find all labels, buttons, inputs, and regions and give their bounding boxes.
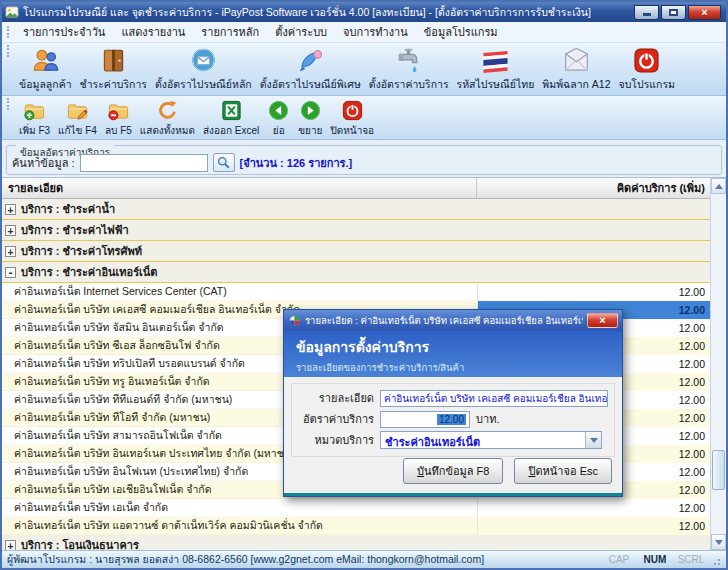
toolbar-button-label: ข้อมูลลูกค้า xyxy=(19,76,72,93)
table-row[interactable]: ค่าอินเทอร์เน็ต บริษัท แอดวานซ์ ดาต้าเน็… xyxy=(2,517,710,535)
expand-icon[interactable]: + xyxy=(5,225,16,236)
menu-item-2[interactable]: แสดงรายงาน xyxy=(113,22,193,42)
dialog-heading: ข้อมูลการตั้งค่าบริการ xyxy=(296,336,622,358)
row-charge-cell: 12.00 xyxy=(477,517,710,535)
save-button-label: บันทึกข้อมูล F8 xyxy=(417,462,489,480)
postal-rate-special-button[interactable]: ตั้งอัตราไปรษณีย์พิเศษ xyxy=(256,45,365,94)
collapse-arrow-icon xyxy=(267,99,290,122)
toolbar-button-label: ย่อ xyxy=(273,123,285,138)
expand-arrow-button[interactable]: ขยาย xyxy=(294,98,326,139)
detail-field[interactable]: ค่าอินเทอร์เน็ต บริษัท เคเอสซี คอมเมอร์เ… xyxy=(380,390,608,407)
folder-edit-button[interactable]: แก้ไข F4 xyxy=(54,98,101,139)
menu-bar: รายการประจำวันแสดงรายงานรายการหลักตั้งค่… xyxy=(2,22,726,43)
close-screen-button[interactable]: ปิดหน้าจอ Esc xyxy=(514,458,612,484)
search-button[interactable] xyxy=(213,153,235,172)
folder-add-button[interactable]: เพิ่ม F3 xyxy=(15,98,54,139)
group-label: บริการ : ชำระค่าอินเทอร์เน็ต xyxy=(21,263,157,281)
scroll-indicator: SCRL xyxy=(673,554,709,565)
search-panel: ข้อมูลอัตราค่าบริการ ค้นหาข้อมูล : [จำนว… xyxy=(2,140,726,177)
folder-delete-button[interactable]: ลบ F5 xyxy=(101,98,136,139)
folder-edit-icon xyxy=(66,99,89,122)
print-label-button[interactable]: พิมพ์ฉลาก A12 xyxy=(538,45,614,94)
column-header-charge[interactable]: คิดค่าบริการ (เพิ่ม) xyxy=(477,178,710,198)
vertical-scrollbar[interactable] xyxy=(710,178,726,550)
window-title: โปรแกรมไปรษณีย์ และ จุดชำระค่าบริการ - i… xyxy=(23,4,630,21)
arrow-up-icon xyxy=(715,184,723,189)
group-label: บริการ : โอนเงินธนาคาร xyxy=(21,536,139,550)
dialog-title-bar: รายละเอียด : ค่าอินเทอร์เน็ต บริษัท เคเอ… xyxy=(284,310,622,331)
postal-rate-special-icon xyxy=(296,46,325,75)
group-row[interactable]: +บริการ : ชำระค่าน้ำ xyxy=(2,199,710,220)
toolbar-button-label: รหัสไปรษณีย์ไทย xyxy=(457,76,535,93)
row-detail-cell: ค่าอินเทอร์เน็ต Internet Services Center… xyxy=(2,283,477,301)
refresh-button[interactable]: แสดงทั้งหมด xyxy=(136,98,199,139)
group-row[interactable]: +บริการ : โอนเงินธนาคาร xyxy=(2,535,710,550)
menu-item-1[interactable]: รายการประจำวัน xyxy=(15,22,113,42)
toolbar-button-label: ส่งออก Excel xyxy=(203,123,259,138)
column-header-detail[interactable]: รายละเอียด xyxy=(2,178,477,198)
group-label: บริการ : ชำระค่าน้ำ xyxy=(21,200,115,218)
minimize-icon xyxy=(643,13,651,16)
dropdown-button[interactable] xyxy=(585,432,601,448)
row-detail-cell: ค่าอินเทอร์เน็ต บริษัท แอดวานซ์ ดาต้าเน็… xyxy=(2,517,477,535)
expand-arrow-icon xyxy=(299,99,322,122)
table-row[interactable]: ค่าอินเทอร์เน็ต Internet Services Center… xyxy=(2,283,710,301)
row-charge-cell: 12.00 xyxy=(477,283,710,301)
category-dropdown-value: ชำระค่าอินเทอร์เน็ต xyxy=(381,432,585,448)
resize-grip[interactable] xyxy=(709,554,721,566)
service-rate-button[interactable]: ตั้งอัตราค่าบริการ xyxy=(365,45,453,94)
close-power-button[interactable]: ปิดหน้าจอ xyxy=(326,98,378,139)
close-screen-button-label: ปิดหน้าจอ Esc xyxy=(528,462,598,480)
group-label: บริการ : ชำระค่าโทรศัพท์ xyxy=(21,242,142,260)
search-input[interactable] xyxy=(80,154,208,172)
chevron-down-icon xyxy=(590,438,598,443)
menu-item-3[interactable]: รายการหลัก xyxy=(193,22,267,42)
toolbar-grip xyxy=(7,98,12,110)
group-row[interactable]: +บริการ : ชำระค่าโทรศัพท์ xyxy=(2,241,710,262)
postal-rate-main-button[interactable]: ตั้งอัตราไปรษณีย์หลัก xyxy=(151,45,256,94)
scroll-up-button[interactable] xyxy=(711,178,726,194)
pay-service-icon xyxy=(99,46,128,75)
dialog-pie-icon xyxy=(288,314,301,327)
toolbar-button-label: แสดงทั้งหมด xyxy=(140,123,195,138)
menu-item-5[interactable]: จบการทำงาน xyxy=(335,22,416,42)
customers-icon xyxy=(31,46,60,75)
expand-icon[interactable]: + xyxy=(5,204,16,215)
save-button[interactable]: บันทึกข้อมูล F8 xyxy=(403,458,503,484)
excel-button[interactable]: ส่งออก Excel xyxy=(199,98,263,139)
dialog-fields-group: รายละเอียด ค่าอินเทอร์เน็ต บริษัท เคเอสซ… xyxy=(291,383,615,457)
scrollbar-thumb[interactable] xyxy=(712,450,725,490)
rate-field[interactable]: 12.00 xyxy=(380,411,470,428)
category-dropdown[interactable]: ชำระค่าอินเทอร์เน็ต xyxy=(380,431,602,449)
close-button[interactable]: × xyxy=(688,5,721,20)
arrow-down-icon xyxy=(715,540,723,545)
caps-indicator: CAP xyxy=(601,554,637,565)
thai-flag-button[interactable]: รหัสไปรษณีย์ไทย xyxy=(453,45,539,94)
thai-flag-icon xyxy=(481,46,510,75)
collapse-arrow-button[interactable]: ย่อ xyxy=(263,98,294,139)
menu-item-6[interactable]: ข้อมูลโปรแกรม xyxy=(416,22,506,42)
maximize-icon xyxy=(669,9,678,16)
toolbar-button-label: ปิดหน้าจอ xyxy=(330,123,374,138)
maximize-button[interactable] xyxy=(661,5,686,20)
minimize-button[interactable] xyxy=(634,5,659,20)
table-row[interactable]: ค่าอินเทอร์เน็ต บริษัท เอเน็ต จำกัด12.00 xyxy=(2,499,710,517)
toolbar-button-label: แก้ไข F4 xyxy=(58,123,97,138)
grid-header: รายละเอียด คิดค่าบริการ (เพิ่ม) xyxy=(2,178,710,199)
category-field-label: หมวดบริการ xyxy=(298,431,380,449)
dialog-close-button[interactable]: × xyxy=(587,313,618,328)
exit-power-button[interactable]: จบโปรแกรม xyxy=(615,45,679,94)
main-toolbar: ข้อมูลลูกค้าชำระค่าบริการตั้งอัตราไปรษณี… xyxy=(2,43,726,96)
group-row[interactable]: +บริการ : ชำระค่าไฟฟ้า xyxy=(2,220,710,241)
print-label-icon xyxy=(562,46,591,75)
expand-icon[interactable]: + xyxy=(5,246,16,257)
service-rate-icon xyxy=(394,46,423,75)
collapse-icon[interactable]: - xyxy=(5,267,16,278)
scroll-down-button[interactable] xyxy=(711,534,726,550)
customers-button[interactable]: ข้อมูลลูกค้า xyxy=(15,45,76,94)
pay-service-button[interactable]: ชำระค่าบริการ xyxy=(76,45,151,94)
expand-icon[interactable]: + xyxy=(5,540,16,551)
menu-item-4[interactable]: ตั้งค่าระบบ xyxy=(267,22,335,42)
actions-toolbar: เพิ่ม F3แก้ไข F4ลบ F5แสดงทั้งหมดส่งออก E… xyxy=(2,96,726,140)
group-row[interactable]: -บริการ : ชำระค่าอินเทอร์เน็ต xyxy=(2,262,710,283)
